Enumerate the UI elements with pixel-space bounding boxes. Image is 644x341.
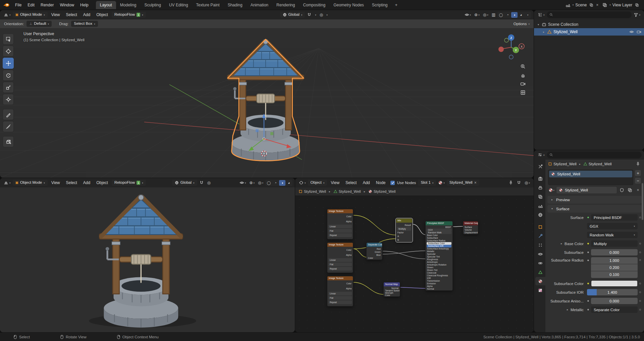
editor-type-button[interactable]: ▾ (298, 180, 307, 186)
unlink-material-button[interactable]: × (635, 187, 641, 193)
shading-wireframe-button[interactable]: ◯ (498, 12, 504, 18)
editor-type-button[interactable]: ▾ (536, 12, 546, 18)
menu-item[interactable]: Render (38, 2, 57, 8)
node-mix[interactable]: Mix ResultMultiplyFactorAB (396, 218, 413, 242)
editor-type-button[interactable]: ▾ (2, 12, 12, 18)
node-image-texture-1[interactable]: Image Texture ColorAlphaLinearFlatRepeat (327, 209, 353, 239)
object-visibility-menu[interactable]: ▾ (238, 180, 248, 186)
node-separate-color[interactable]: Separate Color RedGreenBlueColor (366, 242, 382, 260)
use-nodes-checkbox[interactable]: Use Nodes (389, 180, 417, 186)
proportional-falloff-menu[interactable]: ▾ (325, 13, 329, 17)
shading-solid-button[interactable]: ◔ (272, 180, 279, 186)
workspace-tab[interactable]: Compositing (299, 1, 329, 9)
snap-toggle[interactable] (198, 180, 205, 186)
tab-physics[interactable] (535, 250, 545, 258)
menu-item[interactable]: Add (80, 180, 93, 186)
pin-icon[interactable] (507, 180, 515, 186)
base-color-node-button[interactable]: Multiply (591, 240, 638, 247)
subsurface-radius-value[interactable]: 0.200 (591, 264, 638, 271)
add-workspace-button[interactable]: + (392, 1, 401, 9)
subsurface-radius-value[interactable]: 1.000 (591, 257, 638, 264)
workspace-tab[interactable]: Texture Paint (192, 1, 224, 9)
annotate-tool[interactable] (3, 109, 14, 120)
fake-user-button[interactable] (619, 187, 625, 193)
view-layer-selector[interactable]: ▾ View Layer (602, 2, 640, 8)
shading-material-button[interactable]: ◑ (511, 12, 518, 18)
pin-icon[interactable] (635, 161, 641, 167)
workspace-tab[interactable]: Scripting (368, 1, 392, 9)
browse-material-button[interactable]: ▾ (437, 180, 446, 186)
add-material-slot-button[interactable]: + (635, 170, 641, 176)
stylized-well-object[interactable] (99, 195, 182, 328)
animate-dot[interactable] (639, 251, 641, 253)
expand-icon[interactable]: ▾ (537, 23, 540, 26)
subsurface-color-swatch[interactable] (591, 280, 638, 287)
breadcrumb-object[interactable]: Stylized_Well (299, 189, 326, 193)
node-material-output[interactable]: Material Output SurfaceVolumeDisplacemen… (463, 221, 478, 234)
animate-dot[interactable] (639, 217, 641, 218)
hide-in-viewport-icon[interactable] (629, 30, 634, 34)
transform-tool[interactable] (3, 94, 14, 105)
zoom-button[interactable] (520, 64, 526, 69)
workspace-tab[interactable]: Geometry Nodes (329, 1, 368, 9)
animate-dot[interactable] (639, 309, 641, 310)
xray-toggle[interactable]: ▥ (490, 12, 497, 17)
properties-search-input[interactable] (555, 153, 639, 157)
tab-material[interactable] (535, 277, 545, 285)
retopoflow-menu[interactable]: RetopoFlow1▾ (112, 180, 146, 186)
options-menu[interactable]: Options▾ (514, 22, 530, 26)
tab-world[interactable] (535, 211, 545, 219)
overlays-menu[interactable]: ◎▾ (257, 180, 265, 185)
breadcrumb-material[interactable]: Stylized_Well (368, 189, 396, 193)
workspace-tab[interactable]: Layout (96, 1, 116, 9)
disable-in-render-icon[interactable] (637, 30, 641, 34)
menu-item[interactable]: Select (63, 180, 80, 186)
distribution-select[interactable]: GGX▾ (587, 223, 638, 229)
outliner-row-scene-collection[interactable]: ▾ Scene Collection (534, 21, 644, 28)
menu-item[interactable]: Add (80, 12, 93, 18)
node-normal-map[interactable]: Normal Map NormalTangent SpaceStrengthCo… (383, 282, 400, 297)
node-image-texture-3[interactable]: Image Texture ColorAlphaLinearFlatRepeat (327, 276, 353, 306)
animate-dot[interactable] (639, 243, 641, 244)
tab-object-data[interactable] (535, 268, 545, 276)
viewport2-canvas[interactable] (0, 187, 295, 332)
animate-dot[interactable] (639, 300, 641, 302)
axis-z-neg-ball[interactable] (509, 55, 513, 59)
subsurface-ior-slider[interactable]: 1.400 (587, 289, 638, 295)
outliner-row-stylized-well[interactable]: ▸ Stylized_Well (534, 28, 644, 36)
workspace-tab[interactable]: Rendering (272, 1, 299, 9)
scale-tool[interactable] (3, 82, 14, 93)
menu-item[interactable]: Edit (24, 2, 38, 8)
overlays-menu[interactable]: ◎▾ (523, 180, 531, 185)
snap-menu[interactable]: ▾ (314, 13, 318, 17)
menu-item[interactable]: Select (342, 180, 360, 186)
metallic-node-button[interactable]: Separate Color (591, 306, 638, 313)
tab-tool[interactable] (535, 162, 545, 171)
mode-select[interactable]: ▣Object Mode▾ (13, 12, 48, 18)
workspace-tab[interactable]: UV Editing (165, 1, 192, 9)
snap-toggle[interactable] (306, 12, 313, 18)
filter-icon[interactable]: ▾ (632, 12, 642, 18)
scene-selector[interactable]: ▾ Scene × (565, 2, 599, 8)
workspace-tab[interactable]: Shading (224, 1, 247, 9)
shader-type-select[interactable]: Object▾ (308, 180, 327, 186)
outliner-search[interactable] (547, 11, 632, 18)
mode-select[interactable]: ▣Object Mode▾ (13, 180, 48, 186)
measure-tool[interactable] (3, 121, 14, 132)
workspace-tab[interactable]: Sculpting (141, 1, 165, 9)
blender-logo-icon[interactable] (3, 2, 11, 8)
cursor-tool[interactable] (3, 46, 14, 57)
remove-material-slot-button[interactable]: − (635, 177, 641, 184)
properties-scrollbar[interactable] (642, 183, 643, 220)
tab-particles[interactable] (535, 241, 545, 249)
proportional-editing-toggle[interactable]: ◎ (206, 180, 212, 185)
expand-icon[interactable]: ▸ (566, 308, 569, 311)
tab-modifiers[interactable] (535, 232, 545, 240)
menu-item[interactable]: Object (93, 180, 111, 186)
camera-view-button[interactable] (520, 81, 526, 87)
menu-item[interactable]: Object (93, 12, 111, 18)
move-tool[interactable] (3, 58, 14, 69)
material-name-field[interactable]: Stylized_Well (556, 186, 617, 194)
menu-item[interactable]: Node (373, 180, 389, 186)
tab-output[interactable] (535, 183, 545, 192)
